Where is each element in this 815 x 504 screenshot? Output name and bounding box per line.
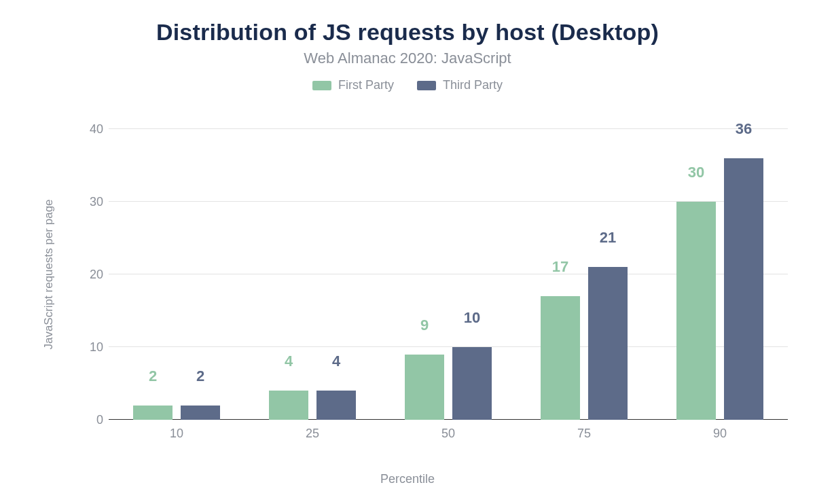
legend-label: First Party [338, 78, 394, 92]
bar-group: 17 21 75 [541, 129, 628, 420]
bar-value-label: 4 [316, 353, 356, 370]
bar-group: 4 4 25 [269, 129, 356, 420]
bar-value-label: 2 [181, 367, 220, 385]
bar-third-party [316, 391, 356, 420]
x-axis-title: Percentile [380, 472, 435, 486]
legend-swatch-icon [312, 81, 331, 90]
x-tick-label: 25 [306, 427, 319, 441]
bar-first-party [405, 355, 444, 420]
bar-group: 30 36 90 [676, 129, 763, 420]
x-tick-label: 75 [577, 427, 591, 441]
bar-value-label: 2 [133, 367, 173, 385]
bar-value-label: 4 [269, 353, 308, 370]
legend-swatch-icon [417, 81, 436, 90]
bar-third-party [588, 267, 628, 420]
bar-first-party [676, 202, 716, 420]
y-tick-label: 20 [76, 268, 103, 282]
bar-value-label: 10 [452, 309, 492, 327]
x-tick-label: 10 [170, 427, 183, 441]
bar-first-party [541, 296, 580, 420]
y-tick-label: 10 [76, 340, 103, 355]
legend-label: Third Party [443, 78, 503, 92]
bar-value-label: 30 [676, 164, 716, 181]
x-tick-label: 50 [441, 427, 455, 441]
legend-item-first-party: First Party [312, 78, 394, 92]
bar-value-label: 9 [405, 317, 444, 334]
bar-third-party [452, 347, 492, 420]
chart-subtitle: Web Almanac 2020: JavaScript [27, 50, 788, 67]
chart-legend: First Party Third Party [27, 78, 788, 92]
x-tick-label: 90 [713, 427, 727, 441]
bar-group: 9 10 50 [405, 129, 492, 420]
bar-third-party [724, 158, 763, 420]
y-tick-label: 0 [76, 413, 103, 427]
bar-value-label: 36 [724, 120, 763, 138]
chart-title: Distribution of JS requests by host (Des… [27, 19, 788, 46]
legend-item-third-party: Third Party [417, 78, 503, 92]
y-tick-label: 30 [76, 195, 103, 209]
bar-first-party [269, 391, 308, 420]
y-tick-label: 40 [76, 122, 103, 137]
bar-third-party [181, 406, 220, 420]
y-axis-title: JavaScript requests per page [42, 199, 56, 349]
bar-value-label: 17 [541, 258, 580, 276]
bar-value-label: 21 [588, 229, 628, 247]
bar-group: 2 2 10 [133, 129, 220, 420]
bar-first-party [133, 406, 173, 420]
chart-container: Distribution of JS requests by host (Des… [0, 0, 815, 504]
plot-area: 2 2 10 4 4 25 9 10 50 17 21 75 [109, 129, 788, 420]
